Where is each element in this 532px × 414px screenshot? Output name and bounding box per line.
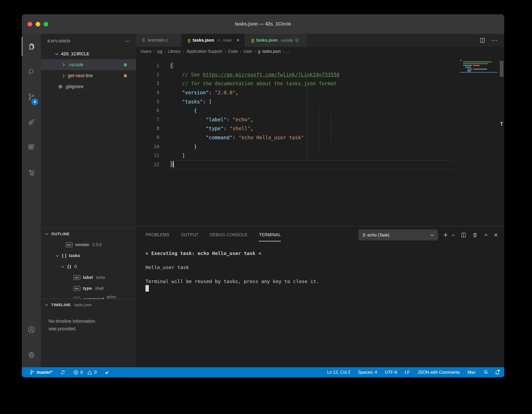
line-number: 2 — [136, 72, 170, 77]
close-window-button[interactable] — [28, 22, 32, 27]
more-actions-icon[interactable]: ⋯ — [491, 37, 497, 44]
tab-terminal[interactable]: TERMINAL — [259, 226, 281, 244]
breadcrumb-item[interactable]: Code — [228, 49, 238, 54]
kill-terminal-icon[interactable] — [472, 232, 478, 238]
outline-item-0[interactable]: {} 0 — [41, 261, 136, 272]
split-terminal-icon[interactable] — [461, 232, 467, 238]
breadcrumb-item[interactable]: Users — [141, 49, 151, 54]
breadcrumb-file[interactable]: tasks.json — [262, 49, 281, 54]
breadcrumb-item[interactable]: ygj — [157, 49, 162, 54]
tree-item-gitignore[interactable]: .gitignore — [41, 81, 136, 92]
outline-label: label — [83, 275, 93, 280]
tab-tasks-json-user[interactable]: {} tasks.json ~/.../User ✕ — [182, 34, 245, 47]
tree-item-get-next-line[interactable]: get-next-line — [41, 70, 136, 81]
zoom-window-button[interactable] — [44, 22, 48, 27]
close-tab-icon[interactable]: ✕ — [236, 38, 240, 43]
breadcrumb-item[interactable]: User — [244, 49, 252, 54]
outline-item-tasks[interactable]: [ ] tasks — [41, 250, 136, 261]
split-editor-icon[interactable] — [479, 37, 486, 43]
outline-item-label[interactable]: abc label echo — [41, 272, 136, 283]
scrollbar-thumb[interactable] — [500, 61, 503, 77]
code-line: 7 "label": "echo", — [136, 115, 504, 124]
page-refresh-activity-button[interactable] — [22, 160, 41, 185]
code-line: 2 // See https://go.microsoft.com/fwlink… — [136, 70, 504, 79]
language-mode-status[interactable]: JSON with Comments — [418, 370, 460, 375]
tab-label: tasks.json — [192, 38, 214, 43]
search-activity-button[interactable] — [22, 59, 41, 84]
breadcrumb-item[interactable]: Library — [168, 49, 181, 54]
explorer-more-actions-icon[interactable]: ⋯ — [125, 38, 130, 44]
outline-detail: echo Hello_user task — [107, 295, 136, 299]
eol-status[interactable]: LF — [405, 370, 410, 375]
string-symbol-icon: abc — [74, 275, 80, 280]
explorer-header: EXPLORER ⋯ — [41, 34, 136, 48]
feedback-button[interactable] — [483, 370, 489, 375]
settings-button[interactable] — [22, 342, 41, 367]
outline-item-version[interactable]: abc version 2.0.0 — [41, 239, 136, 250]
json-file-icon: {} — [258, 50, 260, 54]
new-terminal-button[interactable]: + — [443, 232, 448, 238]
tree-item-vscode[interactable]: .vscode — [41, 59, 136, 70]
explorer-title: EXPLORER — [48, 39, 70, 43]
code-line: 3 // for the documentation about the tas… — [136, 79, 504, 88]
git-branch-status[interactable]: master* — [30, 370, 52, 375]
tab-label: tasks.json — [256, 38, 278, 43]
account-button[interactable] — [22, 317, 41, 342]
minimap-line — [463, 65, 472, 66]
page-refresh-icon — [28, 169, 35, 176]
tab-output[interactable]: OUTPUT — [181, 226, 198, 244]
terminal-profile-dropdown-icon[interactable] — [451, 233, 455, 237]
minimap-line — [461, 60, 462, 61]
run-debug-activity-button[interactable] — [22, 109, 41, 135]
terminal-line — [145, 271, 499, 278]
tree-root-folder[interactable]: 42S_1CIRCLE — [41, 48, 136, 59]
encoding-status[interactable]: UTF-8 — [385, 370, 397, 375]
minimap[interactable] — [460, 56, 498, 226]
line-col: Ln 12, Col 2 — [327, 370, 350, 375]
status-bar: master* 0 0 — [22, 367, 504, 377]
outline-item-type[interactable]: abc type shell — [41, 283, 136, 294]
terminal-output[interactable]: > Executing task: echo Hello_user task <… — [136, 244, 504, 367]
tab-debug-console[interactable]: DEBUG CONSOLE — [210, 226, 248, 244]
timeline-file-description: tasks.json — [75, 303, 92, 307]
source-control-activity-button[interactable]: 4 — [22, 84, 41, 109]
bottom-panel: PROBLEMS OUTPUT DEBUG CONSOLE TERMINAL 3… — [136, 226, 504, 367]
maximize-panel-icon[interactable] — [483, 233, 488, 238]
cursor-position-status[interactable]: Ln 12, Col 2 — [327, 370, 350, 375]
eol: LF — [405, 370, 410, 375]
editor-scrollbar[interactable]: T — [499, 56, 504, 226]
tab-problems[interactable]: PROBLEMS — [145, 226, 169, 244]
run-task-status[interactable] — [104, 370, 110, 375]
editor-tab-bar: C testmain.c {} tasks.json ~/.../User ✕ … — [136, 34, 504, 47]
close-panel-icon[interactable]: ✕ — [494, 232, 498, 238]
explorer-activity-button[interactable] — [22, 34, 41, 59]
terminal-line: Hello_user task — [145, 264, 499, 271]
outline-header[interactable]: OUTLINE — [41, 228, 136, 239]
timeline-header[interactable]: TIMELINE tasks.json — [41, 299, 136, 310]
tab-tasks-json-vscode[interactable]: {} tasks.json .vscode U — [245, 34, 307, 47]
titlebar[interactable]: tasks.json — 42s_1Circle — [22, 14, 504, 34]
notifications-button[interactable] — [495, 370, 500, 375]
git-untracked-dot — [124, 63, 127, 67]
problems-status[interactable]: 0 0 — [73, 370, 97, 375]
documentation-link[interactable]: https://go.microsoft.com/fwlink/?LinkId=… — [203, 72, 340, 77]
breadcrumb-tail[interactable]: ... — [286, 49, 290, 54]
line-number: 4 — [136, 90, 170, 95]
tab-description: .vscode — [280, 38, 293, 42]
sync-changes-button[interactable] — [60, 370, 65, 375]
outline-item-command[interactable]: abc command echo Hello_user task — [41, 294, 136, 299]
extensions-activity-button[interactable] — [22, 135, 41, 160]
code-line: 11 ] — [136, 151, 504, 160]
breadcrumb-item[interactable]: Application Support — [186, 49, 222, 54]
run-flag-icon — [104, 370, 110, 375]
terminal-picker-dropdown[interactable]: 3: echo (Task) — [358, 229, 438, 240]
indentation-status[interactable]: Spaces: 4 — [358, 370, 377, 375]
json-file-icon: {} — [251, 38, 254, 43]
branch-name: master* — [37, 370, 52, 375]
os-indicator[interactable]: Mac — [468, 370, 476, 375]
code-editor[interactable]: 1{ 2 // See https://go.microsoft.com/fwl… — [136, 56, 504, 226]
minimize-window-button[interactable] — [36, 22, 40, 27]
warning-icon — [87, 370, 92, 375]
outline-detail: echo — [96, 275, 105, 280]
tab-testmain-c[interactable]: C testmain.c — [136, 34, 182, 47]
